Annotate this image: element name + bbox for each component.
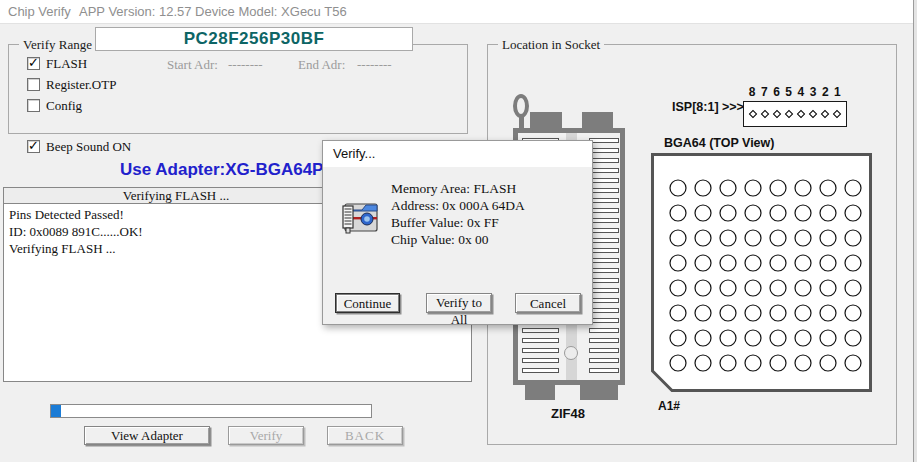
bga-ball	[820, 255, 836, 271]
bga-ball	[770, 230, 786, 246]
bga-ball	[820, 205, 836, 221]
bga-ball	[820, 280, 836, 296]
zif-pin-slot	[589, 188, 619, 193]
bga-ball	[695, 355, 711, 371]
chip-name-box: PC28F256P30BF	[95, 27, 413, 51]
bga-ball	[820, 355, 836, 371]
bga-ball	[845, 355, 861, 371]
end-adr-label: End Adr:	[298, 57, 345, 73]
use-adapter-text: Use Adapter:XG-BGA64P(P2)	[120, 160, 356, 180]
zif-pin-slot	[589, 308, 619, 313]
bga-ball	[845, 280, 861, 296]
window-title: Chip Verify	[8, 4, 71, 19]
zif-pin-slot	[589, 148, 619, 153]
window-titlebar: Chip Verify APP Version: 12.57 Device Mo…	[0, 0, 917, 24]
flash-checkbox[interactable]: ✓	[27, 57, 40, 70]
zif-pin-slot	[589, 158, 619, 163]
bga-ball	[670, 205, 686, 221]
isp-pin-icon	[785, 110, 793, 118]
bga-ball	[745, 280, 761, 296]
isp-pin-icon	[749, 110, 757, 118]
zif-pin-slot	[589, 138, 619, 143]
zif-pin-slot	[589, 348, 619, 353]
isp-pin-icon	[761, 110, 769, 118]
zif-pin-slot	[589, 168, 619, 173]
end-adr-value: --------	[357, 57, 392, 73]
bga-ball	[770, 255, 786, 271]
zif-pin-slot	[589, 228, 619, 233]
config-checkbox[interactable]: ✓	[27, 99, 40, 112]
zif-pin-slot	[589, 298, 619, 303]
bga-ball	[770, 280, 786, 296]
cancel-button[interactable]: Cancel	[515, 293, 581, 313]
zif-pin-slot	[522, 328, 559, 333]
isp-connector-box	[743, 101, 847, 127]
bga-ball	[745, 355, 761, 371]
bga-ball	[770, 355, 786, 371]
bga-ball	[795, 180, 811, 196]
bga-ball	[695, 230, 711, 246]
register-otp-checkbox-label: Register.OTP	[46, 77, 116, 93]
bga-ball	[720, 205, 736, 221]
bga-ball	[720, 280, 736, 296]
bga-ball	[695, 180, 711, 196]
zif-pin-slot	[589, 238, 619, 243]
config-checkbox-label: Config	[46, 98, 82, 114]
verify-range-label: Verify Range	[19, 37, 96, 53]
register-otp-checkbox[interactable]: ✓	[27, 78, 40, 91]
verify-dialog: Verify... Memory Area: FLASH Address: 0x…	[322, 140, 593, 325]
back-button[interactable]: BACK	[327, 426, 403, 445]
bga-ball	[695, 330, 711, 346]
address-line: Address: 0x 000A 64DA	[391, 197, 525, 214]
log-header-text: Verifying FLASH ...	[4, 188, 348, 204]
zif-pin-slot	[589, 198, 619, 203]
start-adr-label: Start Adr:	[167, 57, 218, 73]
bga-ball	[720, 255, 736, 271]
memory-area-line: Memory Area: FLASH	[391, 180, 525, 197]
app-version-text: APP Version: 12.57 Device Model: XGecu T…	[79, 4, 347, 19]
bga-ball	[845, 205, 861, 221]
bga-ball	[670, 305, 686, 321]
view-adapter-button[interactable]: View Adapter	[84, 426, 210, 445]
verify-dialog-title: Verify...	[333, 146, 375, 161]
bga-ball	[745, 255, 761, 271]
bga-ball	[845, 255, 861, 271]
beep-sound-checkbox[interactable]: ✓	[27, 140, 40, 153]
isp-label: ISP[8:1] >>>	[672, 100, 744, 114]
bga-ball	[720, 355, 736, 371]
bga-ball	[720, 230, 736, 246]
bga-ball	[670, 180, 686, 196]
isp-pin-row	[750, 102, 840, 126]
socket-top-tab	[582, 112, 613, 129]
isp-pin-icon	[773, 110, 781, 118]
bga64-top-view-label: BGA64 (TOP View)	[664, 136, 774, 150]
bga-ball	[695, 305, 711, 321]
continue-button[interactable]: Continue	[335, 293, 400, 313]
bga-ball	[745, 205, 761, 221]
start-adr-value: --------	[228, 57, 263, 73]
verify-button[interactable]: Verify	[228, 426, 304, 445]
progress-bar-fill	[51, 405, 61, 417]
socket-bottom-tab	[580, 385, 618, 400]
bga-ball	[795, 280, 811, 296]
verify-dialog-titlebar[interactable]: Verify...	[323, 141, 592, 167]
verify-to-all-button[interactable]: Verify to All	[426, 293, 492, 313]
zif-pin-slot	[589, 288, 619, 293]
bga-ball	[795, 330, 811, 346]
isp-pin-icon	[833, 110, 841, 118]
isp-pin-icon	[797, 110, 805, 118]
socket-top-tab	[530, 112, 562, 129]
bga-ball	[820, 230, 836, 246]
isp-pin-numbers: 8 7 6 5 4 3 2 1	[746, 85, 844, 99]
zif-pin-slot	[589, 178, 619, 183]
bga-ball	[720, 180, 736, 196]
bga-ball	[820, 305, 836, 321]
bga-ball	[670, 330, 686, 346]
zif-pin-slot	[589, 208, 619, 213]
zif-right-slots	[589, 138, 619, 373]
bga-ball	[820, 330, 836, 346]
location-in-socket-label: Location in Socket	[498, 37, 604, 53]
bga-ball	[745, 230, 761, 246]
isp-pin-number: 6	[770, 85, 782, 99]
zif-pin-slot	[589, 268, 619, 273]
